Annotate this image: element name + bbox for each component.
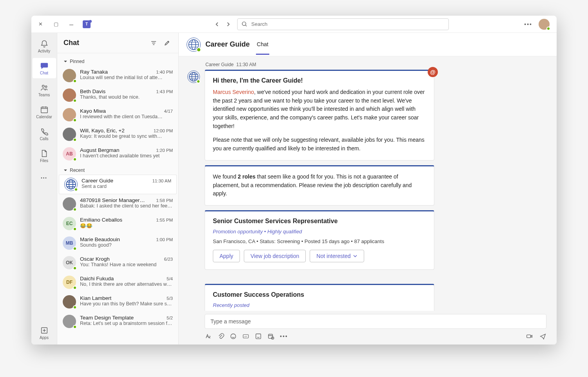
section-pinned[interactable]: Pinned (57, 55, 178, 66)
chat-name: 4870918 Senior Manager… (80, 197, 145, 203)
chat-time: 1:43 PM (156, 89, 173, 94)
chat-preview: Reta: Let's set up a brainstorm session … (80, 321, 173, 326)
chat-row[interactable]: Career Guide11:30 AMSent a card (59, 175, 177, 194)
chat-name: Career Guide (82, 178, 113, 184)
sender-line: Career Guide 11:30 AM (205, 62, 434, 67)
chat-row[interactable]: Beth Davis1:43 PMThanks, that would be n… (57, 85, 178, 105)
tab-chat[interactable]: Chat (256, 34, 269, 55)
rail-apps[interactable]: Apps (33, 323, 56, 343)
chat-row[interactable]: ECEmiliano Ceballos1:55 PM😂😂 (57, 214, 178, 233)
chat-name: Beth Davis (80, 88, 105, 94)
chat-main: Career Guide Chat Career Guide 11:30 AM (179, 33, 557, 345)
chat-avatar (63, 128, 76, 141)
mention-badge-icon: @ (428, 67, 438, 77)
svg-point-1 (42, 85, 44, 87)
chat-time: 12:00 PM (154, 128, 173, 133)
job-sub: Promotion opportunity • Highly qualified (213, 229, 426, 234)
meet-icon[interactable] (526, 333, 533, 340)
svg-point-0 (242, 22, 246, 25)
compose-box[interactable]: Type a message (205, 314, 546, 329)
rail-teams[interactable]: Teams (33, 80, 56, 100)
chat-avatar: AB (63, 147, 76, 161)
chat-preview: I reviewed with the client on Tuesda… (80, 114, 173, 119)
chat-row[interactable]: Kayo Miwa4/17I reviewed with the client … (57, 105, 178, 124)
chat-name: Oscar Krogh (80, 256, 110, 262)
chat-row[interactable]: DFDaichi Fukuda5/4No, I think there are … (57, 272, 178, 292)
rail-calendar[interactable]: Calendar (33, 102, 56, 122)
sticker-icon[interactable] (255, 333, 262, 340)
emoji-icon[interactable] (230, 333, 237, 340)
chat-time: 5/4 (167, 276, 173, 281)
card-job: Customer Success OperationsRecently post… (205, 284, 434, 311)
section-recent[interactable]: Recent (57, 164, 178, 175)
chat-avatar: DF (63, 276, 76, 289)
chat-preview: 😂😂 (80, 223, 173, 229)
chat-time: 1:00 PM (156, 237, 173, 242)
app-rail: Activity Chat Teams Calendar Calls Files (31, 33, 57, 345)
maximize-icon[interactable]: ▢ (54, 21, 58, 27)
chat-name: Ray Tanaka (80, 69, 108, 75)
close-icon[interactable]: ✕ (38, 21, 43, 27)
search-input[interactable] (250, 21, 445, 27)
chat-avatar: MB (63, 236, 76, 250)
format-icon[interactable] (205, 333, 212, 340)
search-icon (241, 21, 247, 27)
chat-preview: Sounds good? (80, 242, 173, 248)
teams-logo-icon: T (83, 20, 91, 28)
chat-avatar: EC (63, 217, 76, 230)
rail-activity[interactable]: Activity (33, 36, 56, 56)
filter-icon[interactable] (149, 38, 159, 48)
mention-name: Marcus Severino (213, 89, 254, 95)
chat-name: August Bergman (80, 147, 120, 153)
compose-toolbar: GIF ••• (179, 332, 557, 345)
chat-time: 1:55 PM (156, 218, 173, 222)
more-compose-icon[interactable]: ••• (280, 333, 288, 339)
view-job-button[interactable]: View job description (244, 250, 306, 262)
user-avatar[interactable] (539, 19, 550, 30)
chat-row[interactable]: Ray Tanaka1:40 PMLouisa will send the in… (57, 66, 178, 85)
chat-row[interactable]: Team Design Template5/2Reta: Let's set u… (57, 312, 178, 331)
chat-row[interactable]: Kian Lambert5/3Have you ran this by Beth… (57, 292, 178, 312)
chat-row[interactable]: OKOscar Krogh6/23You: Thanks! Have a nic… (57, 253, 178, 272)
chat-preview: You: Thanks! Have a nice weekend (80, 262, 173, 267)
more-icon[interactable]: ••• (524, 21, 532, 27)
search-box[interactable] (237, 18, 449, 30)
card-summary: We found 2 roles that seem like a good f… (205, 165, 434, 206)
chat-name: Kayo Miwa (80, 108, 106, 114)
card-job: Senior Customer Services RepresentativeP… (205, 210, 434, 270)
rail-more[interactable]: ••• (33, 168, 56, 188)
chat-preview: Babak: I asked the client to send her fe… (80, 203, 173, 209)
chat-row[interactable]: Will, Kayo, Eric, +212:00 PMKayo: It wou… (57, 124, 178, 144)
chevron-down-icon (64, 168, 67, 172)
chat-list-title: Chat (64, 39, 145, 47)
chat-header: Career Guide Chat (179, 33, 557, 56)
back-icon[interactable] (214, 22, 220, 27)
card-body: We found 2 roles that seem like a good f… (213, 173, 426, 198)
chat-avatar (63, 315, 76, 328)
apply-button[interactable]: Apply (213, 250, 240, 262)
messages-area[interactable]: Career Guide 11:30 AM @ Hi there, I'm th… (179, 56, 557, 311)
schedule-icon[interactable] (267, 333, 274, 340)
chat-name: Marie Beaudouin (80, 236, 120, 242)
send-icon[interactable] (539, 333, 546, 340)
rail-calls[interactable]: Calls (33, 124, 56, 144)
svg-rect-3 (41, 107, 47, 113)
chat-avatar (63, 295, 76, 308)
svg-text:GIF: GIF (244, 336, 247, 337)
chat-list-body[interactable]: Pinned Ray Tanaka1:40 PMLouisa will send… (57, 53, 178, 345)
not-interested-button[interactable]: Not interested (310, 250, 364, 262)
gif-icon[interactable]: GIF (242, 333, 249, 340)
chat-row[interactable]: MBMarie Beaudouin1:00 PMSounds good? (57, 233, 178, 253)
forward-icon[interactable] (225, 22, 231, 27)
card-heading: Hi there, I'm the Career Guide! (213, 77, 426, 84)
svg-point-2 (45, 86, 47, 87)
card-intro: @ Hi there, I'm the Career Guide! Marcus… (205, 70, 434, 161)
chat-row[interactable]: 4870918 Senior Manager…1:58 PMBabak: I a… (57, 194, 178, 214)
attach-icon[interactable] (217, 333, 224, 340)
chat-row[interactable]: ABAugust Bergman1:20 PMI haven't checked… (57, 144, 178, 164)
presence-icon (546, 27, 550, 31)
rail-chat[interactable]: Chat (33, 58, 56, 78)
chat-preview: No, I think there are other alternatives… (80, 281, 173, 287)
rail-files[interactable]: Files (33, 146, 56, 166)
new-chat-icon[interactable] (162, 38, 172, 48)
